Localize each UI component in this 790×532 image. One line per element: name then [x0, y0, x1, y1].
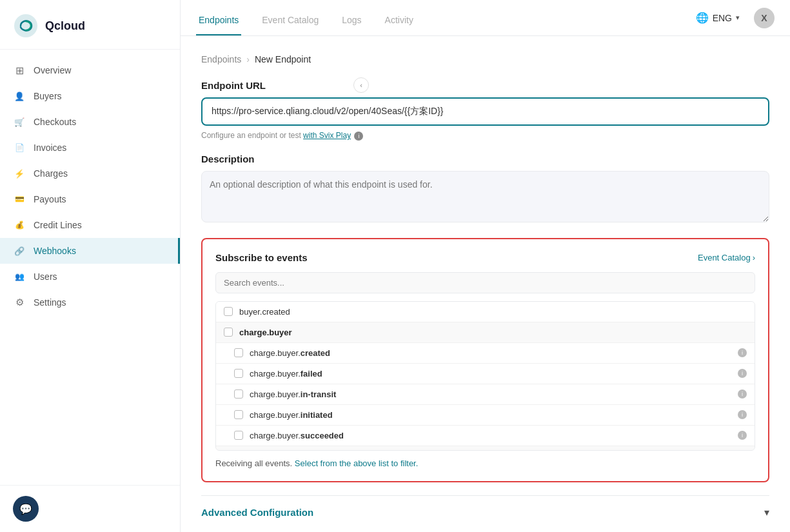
event-label-charge-buyer-initiated: charge.buyer.initiated — [250, 410, 731, 420]
event-label-charge-buyer-in-transit: charge.buyer.in-transit — [250, 389, 731, 399]
breadcrumb-current: New Endpoint — [255, 54, 311, 64]
events-title: Subscribe to events — [215, 252, 308, 263]
sidebar-item-payouts[interactable]: Payouts — [0, 186, 180, 212]
advanced-config-section[interactable]: Advanced Configuration ▾ — [201, 495, 769, 529]
description-label: Description — [201, 153, 769, 164]
sidebar: Qcloud Overview Buyers Checkouts Invoice… — [0, 0, 181, 532]
top-right-controls: 🌐 ENG ▾ X — [689, 8, 775, 28]
sidebar-label-overview: Overview — [34, 65, 71, 75]
search-events-input[interactable] — [215, 272, 755, 293]
event-checkbox-charge-buyer[interactable] — [224, 328, 233, 337]
event-checkbox-buyer-created[interactable] — [224, 307, 233, 316]
top-tabs: Endpoints Event Catalog Logs Activity — [196, 0, 416, 35]
info-icon-charge-buyer-in-transit[interactable]: i — [738, 389, 747, 399]
event-label-charge-buyer-created: charge.buyer.created — [250, 348, 731, 358]
event-item-charge-buyer-created[interactable]: charge.buyer.created i — [216, 343, 755, 364]
receiving-text: Receiving all events. Select from the ab… — [215, 458, 755, 468]
sidebar-item-users[interactable]: Users — [0, 264, 180, 290]
event-item-charge-buyer[interactable]: charge.buyer — [216, 322, 755, 343]
info-icon-charge-buyer-failed[interactable]: i — [738, 369, 747, 378]
event-label-charge-buyer-failed: charge.buyer.failed — [250, 369, 731, 379]
event-checkbox-charge-buyer-failed[interactable] — [234, 369, 243, 378]
logo-area: Qcloud — [0, 0, 180, 50]
chat-icon — [19, 502, 32, 516]
grid-icon — [13, 64, 26, 77]
charge-icon — [13, 167, 26, 180]
receiving-filter-link[interactable]: Select from the above list to filter. — [295, 458, 418, 468]
invoice-icon — [13, 141, 26, 154]
event-item-charge-buyer-failed[interactable]: charge.buyer.failed i — [216, 364, 755, 384]
page-content: Endpoints › New Endpoint Endpoint URL Co… — [181, 36, 790, 532]
breadcrumb-parent[interactable]: Endpoints — [201, 54, 241, 64]
info-icon-charge-buyer-succeeded[interactable]: i — [738, 431, 747, 440]
sidebar-label-checkouts: Checkouts — [34, 117, 76, 127]
events-scroll-area[interactable]: buyer.created charge.buyer charge.buyer.… — [216, 302, 755, 450]
event-label-charge-buyer: charge.buyer — [239, 328, 747, 337]
sidebar-item-checkouts[interactable]: Checkouts — [0, 109, 180, 135]
hint-text: Configure an endpoint or test with Svix … — [201, 131, 769, 141]
event-item-charge-buyer-initiated[interactable]: charge.buyer.initiated i — [216, 405, 755, 426]
sidebar-label-settings: Settings — [34, 297, 66, 308]
tab-logs[interactable]: Logs — [339, 0, 364, 35]
sidebar-item-overview[interactable]: Overview — [0, 57, 180, 83]
svix-play-link[interactable]: with Svix Play — [303, 131, 351, 140]
chevron-down-icon: ▾ — [736, 14, 740, 22]
language-label: ENG — [713, 13, 732, 23]
event-checkbox-charge-buyer-in-transit[interactable] — [234, 389, 243, 399]
event-item-charge-buyer-in-transit[interactable]: charge.buyer.in-transit i — [216, 384, 755, 405]
webhook-icon — [13, 244, 26, 257]
sidebar-label-webhooks: Webhooks — [34, 246, 76, 256]
sidebar-nav: Overview Buyers Checkouts Invoices Charg… — [0, 50, 180, 485]
sidebar-collapse-button[interactable]: ‹ — [353, 77, 369, 93]
sidebar-label-payouts: Payouts — [34, 194, 66, 204]
users-icon — [13, 270, 26, 283]
top-navigation: Endpoints Event Catalog Logs Activity 🌐 … — [181, 0, 790, 36]
chat-button[interactable] — [13, 496, 39, 522]
close-button[interactable]: X — [754, 8, 775, 28]
sidebar-item-settings[interactable]: Settings — [0, 290, 180, 315]
url-label: Endpoint URL — [201, 80, 769, 91]
url-input-container — [201, 97, 769, 126]
event-catalog-link[interactable]: Event Catalog › — [698, 253, 755, 262]
sidebar-label-charges: Charges — [34, 168, 68, 179]
sidebar-label-credit-lines: Credit Lines — [34, 220, 82, 230]
sidebar-item-webhooks[interactable]: Webhooks — [0, 238, 180, 264]
events-list: buyer.created charge.buyer charge.buyer.… — [215, 301, 755, 451]
app-name: Qcloud — [45, 19, 85, 33]
events-header: Subscribe to events Event Catalog › — [215, 252, 755, 263]
svg-point-0 — [14, 14, 37, 37]
sidebar-item-invoices[interactable]: Invoices — [0, 135, 180, 161]
info-icon-charge-buyer-initiated[interactable]: i — [738, 410, 747, 419]
sidebar-label-invoices: Invoices — [34, 143, 66, 153]
event-checkbox-charge-buyer-initiated[interactable] — [234, 410, 243, 419]
sidebar-item-charges[interactable]: Charges — [0, 161, 180, 186]
hint-info-icon: i — [354, 132, 363, 141]
event-checkbox-charge-buyer-created[interactable] — [234, 348, 243, 357]
event-item-buyer-created[interactable]: buyer.created — [216, 302, 755, 322]
globe-icon: 🌐 — [696, 12, 709, 24]
events-section: Subscribe to events Event Catalog › buye… — [201, 238, 769, 482]
event-checkbox-charge-buyer-succeeded[interactable] — [234, 431, 243, 440]
tab-event-catalog[interactable]: Event Catalog — [259, 0, 321, 35]
tab-endpoints[interactable]: Endpoints — [196, 0, 241, 35]
breadcrumb: Endpoints › New Endpoint — [201, 54, 769, 64]
credit-icon — [13, 219, 26, 232]
sidebar-item-credit-lines[interactable]: Credit Lines — [0, 212, 180, 238]
main-content: Endpoints Event Catalog Logs Activity 🌐 … — [181, 0, 790, 532]
sidebar-label-users: Users — [34, 271, 57, 282]
chevron-down-icon: ▾ — [764, 506, 769, 518]
sidebar-item-buyers[interactable]: Buyers — [0, 83, 180, 109]
info-icon-charge-buyer-created[interactable]: i — [738, 348, 747, 357]
event-label-buyer-created: buyer.created — [239, 307, 747, 317]
event-item-checkout[interactable]: checkout — [216, 446, 755, 450]
tab-activity[interactable]: Activity — [382, 0, 416, 35]
chevron-right-icon: › — [753, 253, 755, 262]
description-textarea[interactable] — [201, 171, 769, 222]
event-item-charge-buyer-succeeded[interactable]: charge.buyer.succeeded i — [216, 426, 755, 446]
user-icon — [13, 90, 26, 103]
sidebar-bottom — [0, 485, 180, 532]
settings-icon — [13, 296, 26, 309]
payout-icon — [13, 193, 26, 206]
endpoint-url-input[interactable] — [201, 97, 769, 126]
language-selector[interactable]: 🌐 ENG ▾ — [689, 8, 746, 28]
